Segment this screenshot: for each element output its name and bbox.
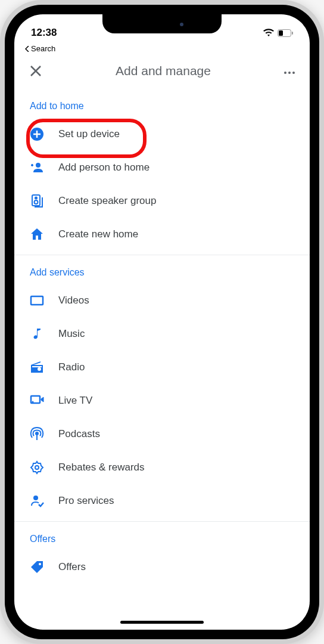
more-button[interactable] <box>284 65 295 78</box>
menu-item-rebates[interactable]: Rebates & rewards <box>14 451 310 484</box>
more-horizontal-icon <box>284 71 295 75</box>
battery-icon <box>278 29 293 37</box>
menu-item-live-tv[interactable]: Live TV <box>14 384 310 417</box>
back-label: Search <box>31 44 55 53</box>
svg-point-5 <box>292 72 295 74</box>
home-indicator[interactable] <box>120 621 204 624</box>
svg-point-15 <box>32 401 34 403</box>
svg-point-12 <box>38 367 41 371</box>
menu-item-radio[interactable]: Radio <box>14 351 310 384</box>
svg-rect-2 <box>292 32 293 35</box>
tag-icon <box>30 560 44 574</box>
chevron-left-icon <box>25 46 30 52</box>
menu-item-set-up-device[interactable]: Set up device <box>14 117 310 151</box>
close-button[interactable] <box>29 64 43 78</box>
live-tv-icon <box>30 394 44 408</box>
section-header-add-services: Add services <box>14 259 310 284</box>
svg-rect-13 <box>32 366 42 367</box>
menu-label: Offers <box>58 561 86 573</box>
close-icon <box>30 65 42 77</box>
plus-circle-icon <box>30 127 44 141</box>
svg-point-6 <box>30 128 43 141</box>
menu-item-music[interactable]: Music <box>14 317 310 351</box>
menu-label: Rebates & rewards <box>58 462 145 473</box>
screen: 12:38 Search Add an <box>14 14 310 630</box>
divider <box>14 521 310 522</box>
speaker-icon <box>30 194 44 208</box>
menu-label: Live TV <box>58 395 92 407</box>
wifi-icon <box>263 29 274 37</box>
menu-label: Podcasts <box>58 428 100 440</box>
divider <box>14 255 310 255</box>
menu-item-videos[interactable]: Videos <box>14 284 310 317</box>
status-time: 12:38 <box>31 27 57 39</box>
section-header-add-to-home: Add to home <box>14 92 310 117</box>
radio-icon <box>30 360 44 374</box>
menu-item-podcasts[interactable]: Podcasts <box>14 417 310 451</box>
svg-point-7 <box>36 163 40 168</box>
podcasts-icon <box>30 427 44 441</box>
menu-item-pro-services[interactable]: Pro services <box>14 484 310 518</box>
menu-item-offers[interactable]: Offers <box>14 550 310 584</box>
rewards-icon <box>30 460 44 475</box>
music-icon <box>30 327 44 341</box>
menu-label: Add person to home <box>58 162 149 174</box>
home-icon <box>30 227 44 242</box>
menu-label: Create speaker group <box>58 195 156 207</box>
pro-services-icon <box>30 494 44 508</box>
page-title: Add and manage <box>116 64 211 78</box>
menu-label: Music <box>58 328 85 340</box>
svg-rect-11 <box>31 296 43 305</box>
video-icon <box>30 293 44 308</box>
svg-point-16 <box>36 432 38 435</box>
menu-label: Pro services <box>58 495 114 507</box>
notch <box>102 14 222 33</box>
svg-point-19 <box>39 563 41 565</box>
svg-rect-1 <box>279 30 283 36</box>
menu-item-add-person[interactable]: Add person to home <box>14 151 310 184</box>
header: Add and manage <box>14 55 310 92</box>
menu-label: Create new home <box>58 228 138 240</box>
menu-item-speaker-group[interactable]: Create speaker group <box>14 184 310 218</box>
menu-item-create-home[interactable]: Create new home <box>14 218 310 251</box>
phone-bezel: 12:38 Search Add an <box>5 5 319 639</box>
back-to-search[interactable]: Search <box>14 43 310 55</box>
svg-point-4 <box>288 72 291 74</box>
svg-point-3 <box>284 72 286 74</box>
section-header-offers: Offers <box>14 525 310 550</box>
svg-point-18 <box>33 496 38 500</box>
svg-point-10 <box>35 200 38 204</box>
menu-label: Videos <box>58 295 89 306</box>
camera-dot <box>180 23 183 26</box>
svg-point-9 <box>35 197 37 199</box>
menu-label: Radio <box>58 361 85 373</box>
menu-label: Set up device <box>58 128 120 140</box>
phone-frame: 12:38 Search Add an <box>0 0 324 644</box>
person-add-icon <box>30 160 44 175</box>
svg-point-17 <box>35 466 39 469</box>
